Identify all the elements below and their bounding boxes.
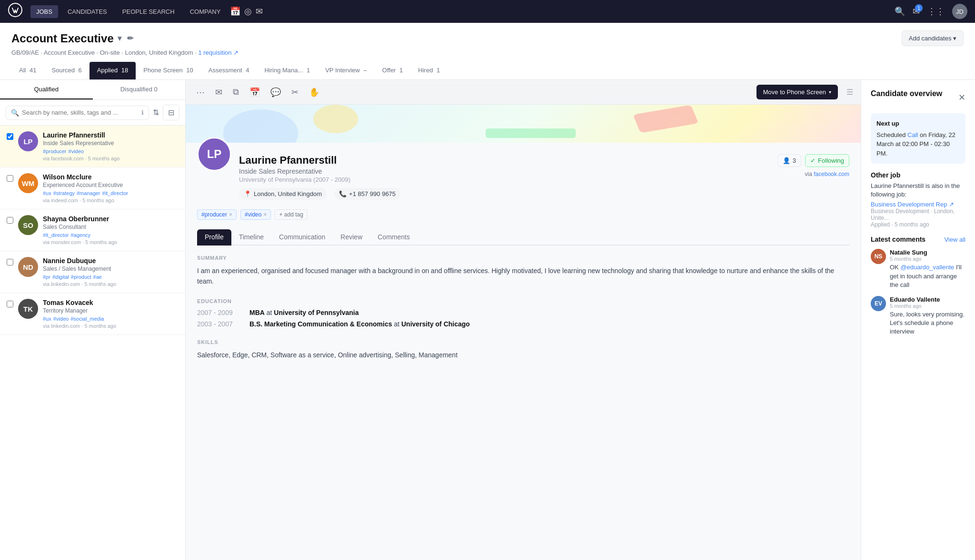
tab-phone-screen[interactable]: Phone Screen 10	[136, 62, 200, 79]
search-info-icon[interactable]: ℹ	[141, 109, 144, 116]
requisition-link[interactable]: 1 requisition ↗	[198, 49, 239, 56]
nav-inbox-icon[interactable]: ✉	[256, 6, 263, 17]
next-up-link[interactable]: Call	[907, 131, 918, 138]
tab-hiring-manager[interactable]: Hiring Mana... 1	[257, 62, 318, 79]
tab-review[interactable]: Review	[333, 229, 370, 246]
other-job-link[interactable]: Business Development Rep ↗	[871, 201, 965, 208]
tag-video-remove[interactable]: ×	[263, 211, 267, 218]
tab-communication[interactable]: Communication	[271, 229, 333, 246]
move-to-phone-screen-button[interactable]: Move to Phone Screen ▾	[756, 85, 838, 99]
education-label: EDUCATION	[197, 298, 849, 304]
tab-applied[interactable]: Applied 18	[90, 62, 136, 79]
edit-action-icon[interactable]: ✂	[289, 85, 301, 99]
nav-calendar-icon[interactable]: 📅	[230, 6, 240, 17]
candidate-tags: #it_director#agency	[43, 232, 179, 238]
panel-close-icon[interactable]: ✕	[958, 92, 965, 103]
tab-sourced[interactable]: Sourced 6	[44, 62, 90, 79]
nav-target-icon[interactable]: ◎	[244, 6, 252, 17]
candidate-list-item[interactable]: TK Tomas Kovacek Territory Manager #ux#v…	[0, 293, 185, 335]
candidate-list-item[interactable]: LP Laurine Pfannerstill Inside Sales Rep…	[0, 126, 185, 167]
candidate-source: via monster.com · 5 months ago	[43, 239, 179, 245]
candidate-checkbox[interactable]	[7, 259, 13, 265]
tab-profile[interactable]: Profile	[197, 229, 231, 246]
view-all-link[interactable]: View all	[944, 236, 965, 243]
candidate-list-item[interactable]: SO Shayna Oberbrunner Sales Consultant #…	[0, 209, 185, 251]
nav-jobs[interactable]: JOBS	[30, 5, 58, 18]
phone-item: 📞 +1 857 990 9675	[334, 188, 400, 200]
candidate-tag: #it_director	[102, 190, 128, 196]
notifications-icon[interactable]: ✉ 1	[913, 6, 920, 17]
phone-text: +1 857 990 9675	[349, 190, 396, 197]
edu-detail-1: B.S. Marketing Communication & Economics…	[249, 320, 470, 328]
comments-header: Latest comments View all	[871, 236, 965, 243]
candidate-checkbox[interactable]	[7, 217, 13, 224]
copy-action-icon[interactable]: ⧉	[230, 85, 242, 99]
nav-people-search[interactable]: PEOPLE SEARCH	[117, 5, 180, 18]
more-actions-icon[interactable]: ⋯	[193, 85, 208, 99]
profile-info: Laurine Pfannerstill Inside Sales Repres…	[239, 154, 770, 200]
source-link[interactable]: facebook.com	[814, 171, 849, 177]
tab-assessment[interactable]: Assessment 4	[201, 62, 257, 79]
summary-text: I am an experienced, organised and focus…	[197, 265, 849, 287]
candidate-tag: #ux	[43, 316, 51, 322]
candidate-checkbox[interactable]	[7, 133, 13, 140]
tag-producer-remove[interactable]: ×	[229, 211, 232, 218]
sort-icon[interactable]: ⇅	[153, 108, 159, 117]
edit-title-icon[interactable]: ✏	[127, 34, 133, 43]
search-icon[interactable]: 🔍	[895, 6, 905, 17]
candidate-list-item[interactable]: ND Nannie Dubuque Sales / Sales Manageme…	[0, 251, 185, 293]
nav-candidates[interactable]: CANDIDATES	[62, 5, 113, 18]
sub-tab-qualified[interactable]: Qualified	[0, 80, 93, 99]
candidate-list-item[interactable]: WM Wilson Mcclure Experienced Account Ex…	[0, 167, 185, 209]
filter-icon[interactable]: ⊟	[163, 105, 179, 120]
summary-section: SUMMARY I am an experienced, organised a…	[197, 255, 849, 287]
logo[interactable]	[8, 2, 23, 20]
title-chevron-icon[interactable]: ▾	[118, 34, 121, 43]
panel-toggle-icon[interactable]: ☰	[846, 88, 853, 97]
user-avatar[interactable]: JD	[952, 4, 967, 19]
candidate-title: Inside Sales Representative	[43, 140, 179, 147]
center-panel: ⋯ ✉ ⧉ 📅 💬 ✂ ✋ Move to Phone Screen ▾ ☰	[186, 80, 861, 560]
tab-comments[interactable]: Comments	[370, 229, 418, 246]
candidate-list: LP Laurine Pfannerstill Inside Sales Rep…	[0, 126, 185, 560]
candidate-tags: #pr#digital#product#ae	[43, 274, 179, 280]
followers-button[interactable]: 👤 3	[777, 154, 801, 167]
candidate-title: Territory Manager	[43, 307, 179, 314]
svg-rect-3	[633, 105, 698, 133]
tab-all[interactable]: All 41	[11, 62, 44, 79]
comment-avatar: NS	[871, 249, 886, 264]
following-button[interactable]: ✓ Following	[805, 154, 849, 167]
location-text: London, United Kingdom	[254, 190, 322, 197]
mention: @eduardo_vallente	[900, 264, 954, 271]
profile-top: LP Laurine Pfannerstill Inside Sales Rep…	[197, 154, 849, 200]
candidate-profile-avatar: LP	[197, 137, 231, 171]
candidate-action-bar: ⋯ ✉ ⧉ 📅 💬 ✂ ✋ Move to Phone Screen ▾ ☰	[186, 80, 861, 105]
chat-action-icon[interactable]: 💬	[268, 85, 284, 99]
tab-offer[interactable]: Offer 1	[375, 62, 411, 79]
candidate-name: Tomas Kovacek	[43, 299, 179, 306]
edu-year-0: 2007 - 2009	[197, 309, 240, 316]
candidate-checkbox[interactable]	[7, 301, 13, 307]
add-tag-button[interactable]: + add tag	[275, 209, 307, 220]
comment-item: NS Natalie Sung 5 months ago OK @eduardo…	[871, 249, 965, 289]
email-action-icon[interactable]: ✉	[212, 85, 225, 99]
page-title-text: Account Executive	[11, 32, 114, 45]
candidate-checkbox[interactable]	[7, 175, 13, 182]
search-input[interactable]	[22, 109, 139, 116]
calendar-action-icon[interactable]: 📅	[247, 85, 263, 99]
candidate-title: Experienced Account Executive	[43, 182, 179, 188]
candidate-name: Nannie Dubuque	[43, 257, 179, 265]
main-layout: Qualified Disqualified 0 🔍 ℹ ⇅ ⊟ LP Laur…	[0, 80, 975, 560]
add-candidates-button[interactable]: Add candidates ▾	[902, 30, 964, 46]
candidate-tag: #strategy	[53, 190, 75, 196]
profile-banner-svg	[186, 105, 861, 143]
sub-tab-disqualified[interactable]: Disqualified 0	[93, 80, 186, 99]
tab-hired[interactable]: Hired 1	[410, 62, 448, 79]
tab-timeline[interactable]: Timeline	[231, 229, 271, 246]
stop-action-icon[interactable]: ✋	[306, 85, 322, 99]
grid-icon[interactable]: ⋮⋮	[927, 6, 945, 17]
tab-vp-interview[interactable]: VP Interview –	[318, 62, 375, 79]
profile-edu: University of Pennsylvania (2007 - 2009)	[239, 176, 770, 183]
comment-author: Natalie Sung	[890, 249, 965, 256]
nav-company[interactable]: COMPANY	[184, 5, 227, 18]
